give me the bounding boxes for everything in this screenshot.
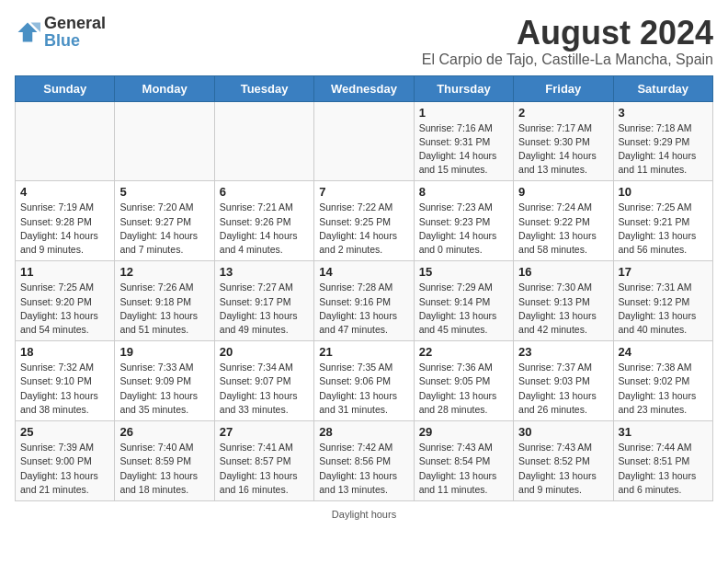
calendar-cell: 28Sunrise: 7:42 AM Sunset: 8:56 PM Dayli… — [314, 421, 414, 501]
day-number: 11 — [20, 265, 109, 279]
calendar-cell: 6Sunrise: 7:21 AM Sunset: 9:26 PM Daylig… — [214, 181, 313, 261]
calendar-cell: 20Sunrise: 7:34 AM Sunset: 9:07 PM Dayli… — [214, 341, 313, 421]
day-number: 30 — [518, 425, 608, 439]
calendar-cell: 26Sunrise: 7:40 AM Sunset: 8:59 PM Dayli… — [115, 421, 214, 501]
day-number: 12 — [119, 265, 209, 279]
col-header-wednesday: Wednesday — [314, 75, 414, 101]
logo: General Blue — [15, 15, 106, 50]
day-info: Sunrise: 7:44 AM Sunset: 8:51 PM Dayligh… — [619, 441, 708, 497]
calendar-cell: 23Sunrise: 7:37 AM Sunset: 9:03 PM Dayli… — [514, 341, 613, 421]
daylight-label: Daylight hours — [332, 509, 396, 520]
day-number: 17 — [619, 265, 708, 279]
col-header-saturday: Saturday — [613, 75, 712, 101]
calendar-cell: 31Sunrise: 7:44 AM Sunset: 8:51 PM Dayli… — [613, 421, 712, 501]
day-info: Sunrise: 7:16 AM Sunset: 9:31 PM Dayligh… — [419, 121, 508, 178]
day-info: Sunrise: 7:19 AM Sunset: 9:28 PM Dayligh… — [20, 201, 109, 257]
calendar-cell: 10Sunrise: 7:25 AM Sunset: 9:21 PM Dayli… — [613, 181, 712, 261]
day-number: 1 — [419, 106, 508, 120]
title-area: August 2024 El Carpio de Tajo, Castille-… — [422, 15, 713, 68]
calendar-cell — [314, 101, 414, 181]
day-info: Sunrise: 7:36 AM Sunset: 9:05 PM Dayligh… — [419, 361, 508, 417]
day-number: 20 — [220, 345, 309, 359]
day-info: Sunrise: 7:43 AM Sunset: 8:52 PM Dayligh… — [518, 441, 608, 497]
day-number: 5 — [119, 185, 209, 199]
day-number: 26 — [119, 425, 209, 439]
calendar-cell: 18Sunrise: 7:32 AM Sunset: 9:10 PM Dayli… — [16, 341, 115, 421]
day-number: 22 — [419, 345, 508, 359]
calendar-cell: 29Sunrise: 7:43 AM Sunset: 8:54 PM Dayli… — [414, 421, 513, 501]
logo-general: General — [44, 14, 106, 32]
day-info: Sunrise: 7:25 AM Sunset: 9:20 PM Dayligh… — [20, 281, 109, 337]
day-info: Sunrise: 7:26 AM Sunset: 9:18 PM Dayligh… — [119, 281, 209, 337]
day-number: 31 — [619, 425, 708, 439]
day-info: Sunrise: 7:18 AM Sunset: 9:29 PM Dayligh… — [619, 121, 708, 178]
col-header-friday: Friday — [514, 75, 613, 101]
day-number: 27 — [220, 425, 309, 439]
calendar-cell: 15Sunrise: 7:29 AM Sunset: 9:14 PM Dayli… — [414, 261, 513, 341]
day-info: Sunrise: 7:21 AM Sunset: 9:26 PM Dayligh… — [220, 201, 309, 257]
calendar-cell: 13Sunrise: 7:27 AM Sunset: 9:17 PM Dayli… — [214, 261, 313, 341]
day-number: 9 — [518, 185, 608, 199]
calendar-cell: 7Sunrise: 7:22 AM Sunset: 9:25 PM Daylig… — [314, 181, 414, 261]
day-info: Sunrise: 7:31 AM Sunset: 9:12 PM Dayligh… — [619, 281, 708, 337]
calendar-cell: 11Sunrise: 7:25 AM Sunset: 9:20 PM Dayli… — [16, 261, 115, 341]
day-number: 21 — [319, 345, 408, 359]
day-number: 23 — [518, 345, 608, 359]
calendar-cell — [115, 101, 214, 181]
day-number: 8 — [419, 185, 508, 199]
day-number: 14 — [319, 265, 408, 279]
day-number: 4 — [20, 185, 109, 199]
day-number: 6 — [220, 185, 309, 199]
calendar-cell: 4Sunrise: 7:19 AM Sunset: 9:28 PM Daylig… — [16, 181, 115, 261]
day-number: 10 — [619, 185, 708, 199]
day-number: 25 — [20, 425, 109, 439]
day-info: Sunrise: 7:17 AM Sunset: 9:30 PM Dayligh… — [518, 121, 608, 178]
main-title: August 2024 — [422, 15, 713, 52]
week-row-4: 18Sunrise: 7:32 AM Sunset: 9:10 PM Dayli… — [16, 341, 713, 421]
day-number: 18 — [20, 345, 109, 359]
day-info: Sunrise: 7:24 AM Sunset: 9:22 PM Dayligh… — [518, 201, 608, 257]
generalblue-icon — [15, 19, 40, 45]
week-row-1: 1Sunrise: 7:16 AM Sunset: 9:31 PM Daylig… — [16, 101, 713, 181]
calendar-cell: 25Sunrise: 7:39 AM Sunset: 9:00 PM Dayli… — [16, 421, 115, 501]
day-number: 29 — [419, 425, 508, 439]
calendar-cell: 30Sunrise: 7:43 AM Sunset: 8:52 PM Dayli… — [514, 421, 613, 501]
day-info: Sunrise: 7:33 AM Sunset: 9:09 PM Dayligh… — [119, 361, 209, 417]
calendar: SundayMondayTuesdayWednesdayThursdayFrid… — [15, 75, 713, 501]
day-number: 19 — [119, 345, 209, 359]
day-number: 24 — [619, 345, 708, 359]
calendar-cell: 27Sunrise: 7:41 AM Sunset: 8:57 PM Dayli… — [214, 421, 313, 501]
week-row-5: 25Sunrise: 7:39 AM Sunset: 9:00 PM Dayli… — [16, 421, 713, 501]
day-info: Sunrise: 7:40 AM Sunset: 8:59 PM Dayligh… — [119, 441, 209, 497]
col-header-tuesday: Tuesday — [214, 75, 313, 101]
day-info: Sunrise: 7:38 AM Sunset: 9:02 PM Dayligh… — [619, 361, 708, 417]
day-number: 13 — [220, 265, 309, 279]
day-info: Sunrise: 7:35 AM Sunset: 9:06 PM Dayligh… — [319, 361, 408, 417]
day-info: Sunrise: 7:42 AM Sunset: 8:56 PM Dayligh… — [319, 441, 408, 497]
day-number: 3 — [619, 106, 708, 120]
day-info: Sunrise: 7:30 AM Sunset: 9:13 PM Dayligh… — [518, 281, 608, 337]
week-row-2: 4Sunrise: 7:19 AM Sunset: 9:28 PM Daylig… — [16, 181, 713, 261]
col-header-monday: Monday — [115, 75, 214, 101]
day-info: Sunrise: 7:32 AM Sunset: 9:10 PM Dayligh… — [20, 361, 109, 417]
calendar-cell: 9Sunrise: 7:24 AM Sunset: 9:22 PM Daylig… — [514, 181, 613, 261]
calendar-cell: 1Sunrise: 7:16 AM Sunset: 9:31 PM Daylig… — [414, 101, 513, 181]
day-info: Sunrise: 7:27 AM Sunset: 9:17 PM Dayligh… — [220, 281, 309, 337]
subtitle: El Carpio de Tajo, Castille-La Mancha, S… — [422, 52, 713, 68]
calendar-cell: 2Sunrise: 7:17 AM Sunset: 9:30 PM Daylig… — [514, 101, 613, 181]
logo-content: General Blue — [15, 15, 106, 50]
calendar-cell: 22Sunrise: 7:36 AM Sunset: 9:05 PM Dayli… — [414, 341, 513, 421]
day-info: Sunrise: 7:37 AM Sunset: 9:03 PM Dayligh… — [518, 361, 608, 417]
calendar-header-row: SundayMondayTuesdayWednesdayThursdayFrid… — [16, 75, 713, 101]
day-info: Sunrise: 7:41 AM Sunset: 8:57 PM Dayligh… — [220, 441, 309, 497]
calendar-cell — [214, 101, 313, 181]
logo-text: General Blue — [44, 15, 106, 50]
day-info: Sunrise: 7:43 AM Sunset: 8:54 PM Dayligh… — [419, 441, 508, 497]
calendar-cell: 19Sunrise: 7:33 AM Sunset: 9:09 PM Dayli… — [115, 341, 214, 421]
calendar-cell: 3Sunrise: 7:18 AM Sunset: 9:29 PM Daylig… — [613, 101, 712, 181]
day-info: Sunrise: 7:34 AM Sunset: 9:07 PM Dayligh… — [220, 361, 309, 417]
day-number: 16 — [518, 265, 608, 279]
calendar-cell: 24Sunrise: 7:38 AM Sunset: 9:02 PM Dayli… — [613, 341, 712, 421]
calendar-cell: 5Sunrise: 7:20 AM Sunset: 9:27 PM Daylig… — [115, 181, 214, 261]
day-number: 2 — [518, 106, 608, 120]
